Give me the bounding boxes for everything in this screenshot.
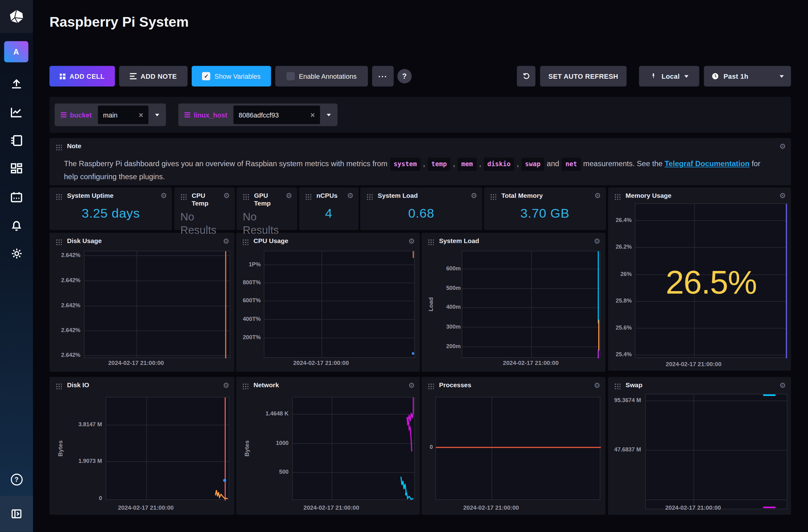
variable-dropdown-button[interactable]	[320, 103, 337, 126]
refresh-button[interactable]	[517, 66, 536, 87]
time-range-dropdown[interactable]: Past 1h	[704, 66, 791, 87]
variable-value-box[interactable]: 8086adfccf93 ×	[233, 106, 320, 124]
gear-icon[interactable]: ⚙	[779, 381, 786, 390]
drag-handle-icon[interactable]	[614, 193, 621, 200]
stat-value: 4	[299, 206, 359, 221]
plot-area[interactable]	[106, 397, 229, 500]
add-note-button[interactable]: ADD NOTE	[119, 66, 188, 87]
y-tick: 800T%	[243, 279, 261, 285]
gear-icon[interactable]: ⚙	[223, 237, 229, 245]
checkbox-checked-icon: ✓	[202, 72, 211, 80]
cell-title: Memory Usage	[626, 192, 672, 200]
drag-handle-icon[interactable]	[56, 193, 62, 200]
drag-handle-icon[interactable]	[180, 193, 186, 200]
gear-icon[interactable]: ⚙	[408, 237, 415, 245]
drag-handle-icon[interactable]	[427, 383, 434, 390]
plot-area[interactable]	[84, 251, 231, 358]
plot-area[interactable]	[292, 397, 415, 500]
gear-icon[interactable]: ⚙	[347, 192, 353, 200]
swap-total-segment	[763, 394, 776, 396]
gear-icon[interactable]: ⚙	[223, 192, 230, 200]
no-results-text: NoResults	[180, 210, 222, 237]
cell-title: Swap	[626, 382, 642, 390]
more-options-button[interactable]: ···	[372, 66, 394, 87]
plot-area[interactable]	[462, 251, 601, 358]
clear-icon[interactable]: ×	[310, 110, 315, 119]
variable-hamburger-icon	[61, 112, 67, 117]
gear-icon[interactable]: ⚙	[779, 142, 786, 150]
variable-dropdown-button[interactable]	[148, 103, 166, 126]
add-cell-button[interactable]: ADD CELL	[49, 66, 115, 87]
drag-handle-icon[interactable]	[56, 144, 62, 150]
plot-area[interactable]	[435, 397, 600, 500]
gear-icon[interactable]: ⚙	[471, 192, 477, 200]
drag-handle-icon[interactable]	[242, 239, 249, 245]
gear-icon[interactable]: ⚙	[594, 237, 601, 245]
drag-handle-icon[interactable]	[243, 193, 249, 200]
timezone-dropdown[interactable]: Local	[639, 66, 699, 87]
upload-icon[interactable]	[0, 73, 33, 95]
plot-area[interactable]	[645, 394, 787, 509]
enable-annotations-toggle[interactable]: Enable Annotations	[275, 66, 368, 87]
influxdb-logo[interactable]	[0, 0, 33, 33]
drag-handle-icon[interactable]	[366, 193, 373, 200]
show-variables-label: Show Variables	[215, 72, 260, 80]
stat-value: 0.68	[360, 206, 482, 221]
dashboards-icon[interactable]	[0, 157, 33, 180]
cell-gpu-temp: GPU Temp⚙ NoResults	[236, 187, 297, 230]
settings-gear-icon[interactable]	[0, 242, 33, 265]
gear-icon[interactable]: ⚙	[286, 192, 292, 200]
gear-icon[interactable]: ⚙	[594, 192, 601, 200]
drag-handle-icon[interactable]	[56, 383, 62, 390]
clear-icon[interactable]: ×	[139, 110, 143, 119]
x-axis-label: 2024-02-17 21:00:00	[293, 360, 349, 366]
gear-icon[interactable]: ⚙	[779, 192, 786, 200]
drag-handle-icon[interactable]	[305, 193, 311, 200]
drag-handle-icon[interactable]	[614, 383, 621, 390]
y-tick: 26.2%	[616, 244, 632, 250]
measurement-chip: net	[562, 157, 581, 171]
variable-label: bucket	[55, 103, 98, 126]
drag-handle-icon[interactable]	[427, 239, 434, 245]
gridline	[322, 251, 322, 357]
notebooks-icon[interactable]	[0, 129, 33, 152]
drag-handle-icon[interactable]	[242, 383, 249, 390]
help-icon[interactable]: ?	[0, 468, 33, 491]
gear-icon[interactable]: ⚙	[161, 192, 167, 200]
measurement-chip: swap	[521, 157, 544, 171]
add-cell-label: ADD CELL	[70, 72, 105, 80]
gear-icon[interactable]: ⚙	[223, 381, 229, 390]
x-axis-label: 2024-02-17 21:00:00	[304, 505, 359, 511]
gridline	[264, 283, 414, 283]
gridline	[636, 328, 787, 329]
gridline	[646, 450, 787, 451]
cell-title: Total Memory	[501, 192, 543, 200]
alerts-bell-icon[interactable]	[0, 214, 33, 237]
graphs-icon[interactable]	[0, 101, 33, 124]
drag-handle-icon[interactable]	[56, 239, 62, 245]
chevron-down-icon	[684, 75, 688, 77]
drag-handle-icon[interactable]	[490, 193, 496, 200]
stat-value: 3.25 days	[49, 206, 172, 221]
gear-icon[interactable]: ⚙	[594, 381, 601, 390]
gear-icon[interactable]: ⚙	[408, 381, 415, 390]
set-auto-refresh-button[interactable]: SET AUTO REFRESH	[540, 66, 626, 87]
x-axis-label: 2024-02-17 21:00:00	[665, 505, 721, 511]
help-button[interactable]: ?	[397, 69, 411, 83]
cell-title: System Uptime	[67, 192, 114, 200]
tasks-calendar-icon[interactable]	[0, 186, 33, 209]
plot-area[interactable]	[264, 251, 415, 358]
telegraf-documentation-link[interactable]: Telegraf Documentation	[665, 160, 750, 168]
measurement-chip: system	[390, 157, 420, 171]
measurement-chip: temp	[427, 157, 450, 171]
y-tick: 400m	[446, 304, 461, 310]
cell-disk-io: Disk IO⚙ Bytes 3.8147 M 1.9073 M 0 2024-…	[49, 377, 234, 515]
avatar[interactable]: A	[4, 41, 28, 62]
enable-annotations-label: Enable Annotations	[299, 72, 356, 80]
gridline	[636, 221, 787, 221]
show-variables-toggle[interactable]: ✓ Show Variables	[192, 66, 271, 87]
variable-value-box[interactable]: main ×	[98, 106, 148, 124]
x-axis-label: 2024-02-17 21:00:00	[463, 505, 519, 511]
expand-sidebar-button[interactable]	[0, 496, 33, 532]
help-glyph: ?	[15, 476, 19, 483]
